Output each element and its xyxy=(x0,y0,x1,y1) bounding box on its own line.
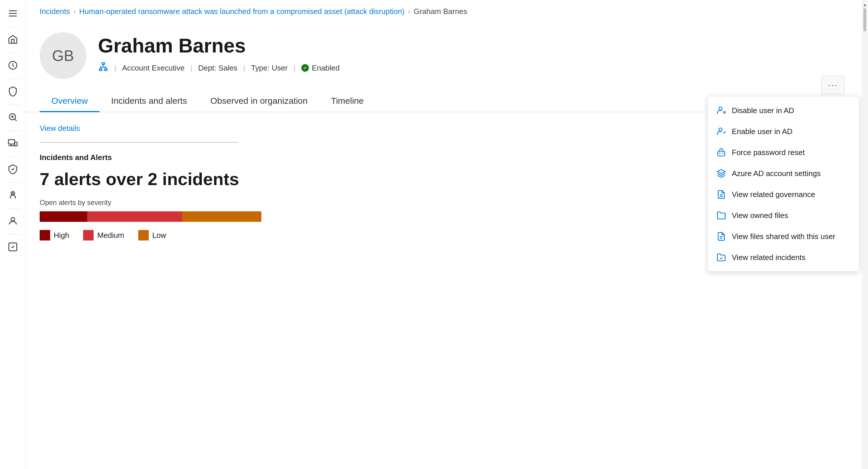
menu-governance-label: View related governance xyxy=(732,190,815,199)
dropdown-menu: Disable user in AD Enable user in AD xyxy=(708,96,859,272)
legend-low-label: Low xyxy=(152,231,166,240)
menu-icon[interactable] xyxy=(3,3,23,23)
menu-azure-ad-label: Azure AD account settings xyxy=(732,169,821,178)
svg-point-17 xyxy=(719,128,722,131)
legend-high: High xyxy=(40,230,69,240)
bar-medium xyxy=(87,211,182,222)
svg-rect-11 xyxy=(102,63,105,64)
sidebar-divider-2 xyxy=(5,53,20,53)
menu-disable-user[interactable]: Disable user in AD xyxy=(708,100,859,121)
breadcrumb-incidents[interactable]: Incidents xyxy=(40,7,70,16)
scrollbar-up-arrow[interactable]: ▲ xyxy=(863,2,867,7)
status-label: Enabled xyxy=(312,64,340,73)
svg-rect-13 xyxy=(105,69,107,71)
menu-governance[interactable]: View related governance xyxy=(708,184,859,205)
svg-point-9 xyxy=(11,217,14,221)
sidebar-divider-9 xyxy=(5,234,20,235)
svg-point-14 xyxy=(719,107,722,110)
profile-type: Type: User xyxy=(251,64,288,73)
menu-enable-user[interactable]: Enable user in AD xyxy=(708,121,859,142)
owned-files-icon xyxy=(716,210,726,221)
clock-icon[interactable] xyxy=(3,55,23,75)
legend-medium-color xyxy=(83,230,94,240)
menu-password-reset-label: Force password reset xyxy=(732,148,805,157)
breadcrumb-user: Graham Barnes xyxy=(413,7,467,16)
related-incidents-icon xyxy=(716,252,726,263)
intelligence-icon[interactable] xyxy=(3,185,23,205)
menu-password-reset[interactable]: Force password reset xyxy=(708,142,859,163)
breadcrumb-sep-1: › xyxy=(73,8,75,15)
profile-info: Graham Barnes | Account Executive | Dept… xyxy=(98,32,340,74)
sidebar-divider-6 xyxy=(5,157,20,157)
disable-user-icon xyxy=(716,105,726,116)
menu-related-incidents-label: View related incidents xyxy=(732,253,805,262)
governance-icon xyxy=(716,189,726,200)
menu-azure-ad[interactable]: Azure AD account settings xyxy=(708,163,859,184)
legend-medium: Medium xyxy=(83,230,124,240)
breadcrumb: Incidents › Human-operated ransomware at… xyxy=(26,0,868,21)
breadcrumb-incident[interactable]: Human-operated ransomware attack was lau… xyxy=(79,7,405,16)
user-profile-icon[interactable] xyxy=(3,211,23,231)
legend-low-color xyxy=(138,230,149,240)
sidebar-divider-3 xyxy=(5,79,20,79)
svg-rect-12 xyxy=(99,69,102,71)
menu-disable-user-label: Disable user in AD xyxy=(732,106,794,115)
sidebar-divider-5 xyxy=(5,131,20,131)
shared-files-icon xyxy=(716,231,726,242)
password-reset-icon xyxy=(716,147,726,158)
more-button[interactable]: ··· xyxy=(822,76,845,95)
svg-rect-6 xyxy=(14,142,17,146)
legend-high-label: High xyxy=(54,231,69,240)
profile-title: Account Executive xyxy=(122,64,185,73)
menu-shared-files-label: View files shared with this user xyxy=(732,232,835,241)
menu-shared-files[interactable]: View files shared with this user xyxy=(708,226,859,247)
severity-bar xyxy=(40,211,261,222)
pipe-sep-2: | xyxy=(190,64,192,73)
profile-section: GB Graham Barnes | Account Executive | D… xyxy=(26,21,868,79)
menu-related-incidents[interactable]: View related incidents xyxy=(708,247,859,268)
menu-owned-files[interactable]: View owned files xyxy=(708,205,859,226)
view-details-link[interactable]: View details xyxy=(40,124,80,133)
svg-rect-5 xyxy=(8,140,14,144)
profile-name: Graham Barnes xyxy=(98,35,340,57)
endpoint-security-icon[interactable] xyxy=(3,237,23,257)
svg-rect-18 xyxy=(718,151,725,156)
status-enabled-dot xyxy=(301,64,309,72)
svg-marker-22 xyxy=(717,170,725,173)
pipe-sep-3: | xyxy=(243,64,245,73)
pipe-sep-1: | xyxy=(114,64,116,73)
sidebar-divider-8 xyxy=(5,208,20,209)
avatar: GB xyxy=(40,32,86,79)
profile-dept: Dept: Sales xyxy=(198,64,237,73)
enable-user-icon xyxy=(716,126,726,137)
org-icon xyxy=(98,62,108,74)
legend-high-color xyxy=(40,230,50,240)
bar-high xyxy=(40,211,87,222)
sidebar-divider-4 xyxy=(5,105,20,105)
svg-point-8 xyxy=(12,193,13,194)
sidebar-divider-1 xyxy=(5,27,20,27)
content-divider xyxy=(40,142,238,142)
tab-incidents-alerts[interactable]: Incidents and alerts xyxy=(99,91,198,112)
sidebar xyxy=(0,0,26,469)
home-icon[interactable] xyxy=(3,29,23,49)
devices-icon[interactable] xyxy=(3,133,23,153)
hunt-icon[interactable] xyxy=(3,107,23,127)
scrollbar[interactable]: ▲ xyxy=(862,0,868,469)
scrollbar-thumb[interactable] xyxy=(863,8,866,32)
sidebar-divider-7 xyxy=(5,182,20,183)
breadcrumb-sep-2: › xyxy=(408,8,410,15)
tab-timeline[interactable]: Timeline xyxy=(319,91,375,112)
azure-ad-icon xyxy=(716,168,726,179)
menu-enable-user-label: Enable user in AD xyxy=(732,127,793,136)
profile-status: Enabled xyxy=(301,64,340,73)
pipe-sep-4: | xyxy=(293,64,296,73)
menu-owned-files-label: View owned files xyxy=(732,211,788,220)
shield-icon[interactable] xyxy=(3,81,23,101)
security-shield-icon[interactable] xyxy=(3,159,23,179)
profile-meta: | Account Executive | Dept: Sales | Type… xyxy=(98,62,340,74)
tab-overview[interactable]: Overview xyxy=(40,91,99,112)
bar-low xyxy=(182,211,261,222)
tab-observed[interactable]: Observed in organization xyxy=(198,91,319,112)
main-content: Incidents › Human-operated ransomware at… xyxy=(26,0,868,469)
